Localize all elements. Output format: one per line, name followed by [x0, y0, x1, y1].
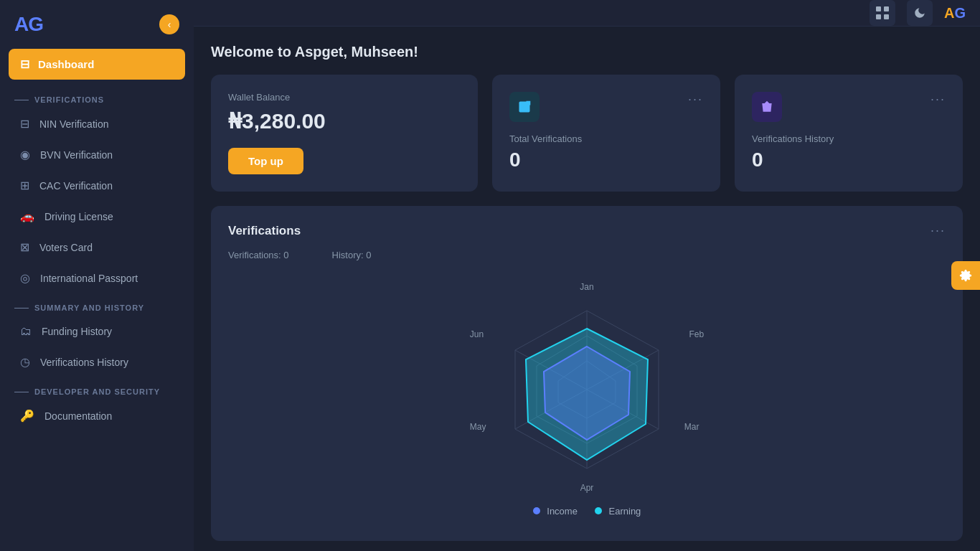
nin-label: NIN Verification	[39, 118, 108, 130]
topbar: AG	[194, 0, 980, 27]
driving-icon: 🚗	[20, 209, 34, 223]
docs-icon: 🔑	[20, 409, 34, 423]
sidebar-item-driving-license[interactable]: 🚗 Driving License	[6, 202, 188, 231]
dashboard-icon: ⊟	[20, 57, 29, 71]
docs-label: Documentation	[44, 410, 112, 422]
total-verifications-value: 0	[509, 149, 703, 171]
stat-header: ···	[509, 92, 703, 122]
chart-legend: Income Earning	[533, 506, 641, 517]
wallet-amount: ₦3,280.00	[228, 108, 461, 133]
svg-rect-1	[884, 6, 889, 11]
passport-label: International Passport	[40, 273, 138, 284]
verif-history-label: Verifications History	[40, 357, 128, 368]
sidebar-logo-area: AG ‹	[0, 0, 194, 49]
verifications-section-title: Verifications	[228, 224, 301, 238]
section-menu-dots[interactable]: ···	[930, 223, 946, 238]
wallet-label: Wallet Balance	[228, 92, 461, 103]
sidebar-logo: AG	[14, 13, 43, 36]
verif-count: Verifications: 0	[228, 250, 289, 260]
history-count: History: 0	[332, 250, 372, 260]
sidebar-item-documentation[interactable]: 🔑 Documentation	[6, 401, 188, 430]
verif-history-stat-label: Verifications History	[752, 133, 946, 144]
stat-header-2: ···	[752, 92, 946, 122]
page-content: Welcome to Aspget, Muhseen! Wallet Balan…	[194, 27, 980, 551]
sidebar: AG ‹ ⊟ Dashboard VERIFICATIONS ⊟ NIN Ver…	[0, 0, 194, 551]
svg-rect-0	[876, 6, 881, 11]
section-label-developer: DEVELOPER AND SECURITY	[0, 377, 194, 400]
nin-icon: ⊟	[20, 117, 29, 131]
wallet-card: Wallet Balance ₦3,280.00 Top up	[211, 75, 478, 192]
verifications-chart-section: Verifications ··· Verifications: 0 Histo…	[211, 206, 963, 541]
verifications-history-card: ··· Verifications History 0	[735, 75, 963, 192]
sidebar-item-verifications-history[interactable]: ◷ Verifications History	[6, 347, 188, 377]
bvn-icon: ◉	[20, 148, 30, 161]
funding-icon: 🗂	[20, 325, 32, 338]
voters-label: Voters Card	[39, 242, 93, 253]
section-label-verifications: VERIFICATIONS	[0, 85, 194, 108]
welcome-message: Welcome to Aspget, Muhseen!	[211, 44, 963, 60]
theme-toggle-button[interactable]	[907, 0, 933, 26]
sidebar-item-bvn[interactable]: ◉ BVN Verification	[6, 140, 188, 169]
legend-earning: Earning	[595, 506, 641, 517]
sidebar-item-cac[interactable]: ⊞ CAC Verification	[6, 171, 188, 200]
bvn-label: BVN Verification	[40, 149, 113, 161]
verifications-section-header: Verifications ···	[228, 223, 946, 238]
dashboard-label: Dashboard	[38, 58, 94, 70]
svg-rect-3	[884, 14, 889, 19]
main-content: AG Welcome to Aspget, Muhseen! Wallet Ba…	[194, 0, 980, 551]
sidebar-item-international-passport[interactable]: ◎ International Passport	[6, 263, 188, 293]
topup-button[interactable]: Top up	[228, 148, 303, 174]
svg-rect-2	[876, 14, 881, 19]
chart-area: Jan Feb Mar Apr May Jun	[228, 275, 946, 524]
passport-icon: ◎	[20, 271, 30, 285]
radar-svg	[479, 296, 694, 483]
total-verifications-label: Total Verifications	[509, 133, 703, 144]
month-jan-label: Jan	[580, 282, 593, 292]
sidebar-item-voters-card[interactable]: ⊠ Voters Card	[6, 232, 188, 262]
section-label-summary: SUMMARY AND HISTORY	[0, 293, 194, 316]
stat-menu-dots[interactable]: ···	[688, 92, 703, 107]
driving-label: Driving License	[44, 211, 113, 222]
verif-history-icon: ◷	[20, 355, 30, 369]
sidebar-item-dashboard[interactable]: ⊟ Dashboard	[9, 49, 185, 80]
month-apr-label: Apr	[580, 483, 594, 493]
sidebar-item-nin[interactable]: ⊟ NIN Verification	[6, 109, 188, 138]
verifications-icon	[509, 92, 540, 122]
stats-cards-row: Wallet Balance ₦3,280.00 Top up ···	[211, 75, 963, 192]
radar-chart: Jan Feb Mar Apr May Jun	[465, 282, 709, 497]
stat-menu-dots-2[interactable]: ···	[930, 92, 946, 107]
cac-label: CAC Verification	[39, 180, 113, 192]
sidebar-item-funding-history[interactable]: 🗂 Funding History	[6, 317, 188, 346]
floating-settings-button[interactable]	[951, 261, 980, 290]
funding-label: Funding History	[42, 326, 112, 337]
voters-icon: ⊠	[20, 240, 29, 254]
verifications-meta: Verifications: 0 History: 0	[228, 250, 946, 260]
sidebar-collapse-button[interactable]: ‹	[159, 14, 179, 34]
grid-icon-button[interactable]	[870, 0, 895, 26]
total-verifications-card: ··· Total Verifications 0	[492, 75, 720, 192]
legend-income: Income	[533, 506, 578, 517]
history-icon	[752, 92, 782, 122]
cac-icon: ⊞	[20, 179, 29, 192]
topbar-logo: AG	[944, 5, 966, 22]
verif-history-stat-value: 0	[752, 149, 946, 171]
